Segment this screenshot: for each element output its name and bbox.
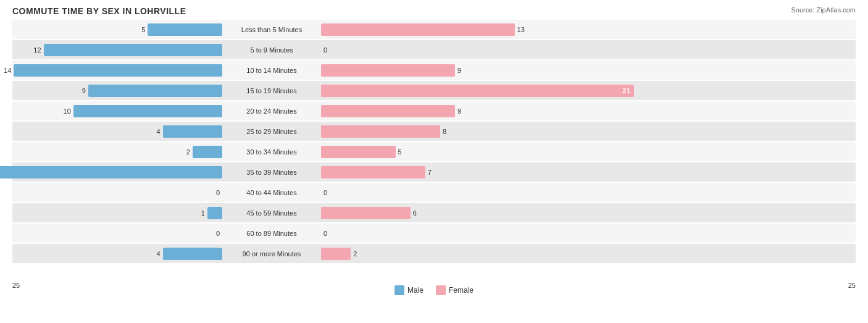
right-section: 0 xyxy=(321,40,856,59)
right-section: 21 xyxy=(321,81,856,100)
male-value: 14 xyxy=(4,67,14,74)
bar-female: 6 xyxy=(321,207,411,219)
bar-male: 20 xyxy=(0,166,222,178)
bar-male: 10 xyxy=(73,105,222,117)
bar-female: 9 xyxy=(321,105,455,117)
row-label: 15 to 19 Minutes xyxy=(222,87,321,94)
bar-row: 0 60 to 89 Minutes 0 xyxy=(12,224,856,243)
right-section: 5 xyxy=(321,142,856,161)
bar-female: 13 xyxy=(321,23,515,36)
left-section: 12 xyxy=(12,40,222,59)
chart-container: COMMUTE TIME BY SEX IN LOHRVILLE Source:… xyxy=(0,0,868,323)
female-value: 8 xyxy=(440,128,446,135)
bar-male: 9 xyxy=(88,85,222,97)
female-value-inside: 21 xyxy=(622,87,630,94)
bar-male: 4 xyxy=(163,248,222,260)
left-section: 4 xyxy=(12,122,222,141)
male-value: 2 xyxy=(186,148,193,156)
legend: Male Female xyxy=(394,285,474,295)
legend-male: Male xyxy=(394,285,424,295)
bar-male: 14 xyxy=(14,64,222,77)
axis-left-value: 25 xyxy=(12,282,20,295)
right-section: 9 xyxy=(321,61,856,80)
bar-male: 2 xyxy=(193,146,222,158)
male-value: 5 xyxy=(141,26,148,33)
bar-row: 14 10 to 14 Minutes 9 xyxy=(12,61,856,80)
bar-female: 21 xyxy=(321,85,634,97)
bar-male: 5 xyxy=(148,23,222,36)
bar-row: 1 45 to 59 Minutes 6 xyxy=(12,203,856,222)
female-value: 2 xyxy=(351,250,357,258)
bar-row: 4 90 or more Minutes 2 xyxy=(12,244,856,263)
axis-bottom: 25 Male Female 25 xyxy=(12,279,856,298)
left-section: 10 xyxy=(12,101,222,120)
female-value: 0 xyxy=(321,230,327,237)
bar-row: 9 15 to 19 Minutes 21 xyxy=(12,81,856,100)
left-section: 0 xyxy=(12,183,222,202)
female-value: 13 xyxy=(515,26,525,33)
bar-female: 2 xyxy=(321,248,351,260)
female-value: 5 xyxy=(396,148,402,156)
bar-male: 1 xyxy=(207,207,222,219)
axis-right-value: 25 xyxy=(848,282,856,295)
bar-female: 9 xyxy=(321,64,455,77)
row-label: Less than 5 Minutes xyxy=(222,26,321,33)
left-section: 5 xyxy=(12,20,222,39)
row-label: 5 to 9 Minutes xyxy=(222,46,321,54)
row-label: 35 to 39 Minutes xyxy=(222,169,321,176)
female-value: 7 xyxy=(425,169,432,176)
legend-female: Female xyxy=(436,285,474,295)
bar-row: 2 30 to 34 Minutes 5 xyxy=(12,142,856,161)
legend-male-box xyxy=(394,285,404,295)
row-label: 10 to 14 Minutes xyxy=(222,67,321,74)
left-section: 4 xyxy=(12,244,222,263)
row-label: 25 to 29 Minutes xyxy=(222,128,321,135)
right-section: 2 xyxy=(321,244,856,263)
male-value: 4 xyxy=(156,128,162,135)
left-section: 14 xyxy=(12,61,222,80)
row-label: 20 to 24 Minutes xyxy=(222,107,321,115)
male-value: 4 xyxy=(156,250,162,258)
row-label: 60 to 89 Minutes xyxy=(222,230,321,237)
male-value: 9 xyxy=(82,87,88,94)
female-value: 6 xyxy=(411,209,417,217)
row-label: 30 to 34 Minutes xyxy=(222,148,321,156)
right-section: 0 xyxy=(321,224,856,243)
right-section: 7 xyxy=(321,162,856,182)
male-value: 10 xyxy=(64,107,73,115)
left-section: 9 xyxy=(12,81,222,100)
female-value: 0 xyxy=(321,189,327,196)
bar-row: 4 25 to 29 Minutes 8 xyxy=(12,122,856,141)
male-value: 0 xyxy=(216,230,222,237)
bar-row: 20 35 to 39 Minutes 7 xyxy=(12,162,856,182)
male-value: 0 xyxy=(216,189,222,196)
female-value: 0 xyxy=(321,46,327,54)
bar-female: 5 xyxy=(321,146,396,158)
bar-male: 4 xyxy=(163,125,222,138)
right-section: 13 xyxy=(321,20,856,39)
left-section: 0 xyxy=(12,224,222,243)
right-section: 0 xyxy=(321,183,856,202)
chart-title: COMMUTE TIME BY SEX IN LOHRVILLE xyxy=(12,6,856,16)
left-section: 1 xyxy=(12,203,222,222)
bar-row: 10 20 to 24 Minutes 9 xyxy=(12,101,856,120)
male-value: 12 xyxy=(33,46,43,54)
female-value: 9 xyxy=(455,107,461,115)
bar-female: 7 xyxy=(321,166,425,178)
row-label: 45 to 59 Minutes xyxy=(222,209,321,217)
right-section: 9 xyxy=(321,101,856,120)
male-value: 1 xyxy=(201,209,207,217)
chart-area: 5 Less than 5 Minutes 13 12 5 to 9 Minut… xyxy=(12,20,856,279)
left-section: 20 xyxy=(12,162,222,182)
left-section: 2 xyxy=(12,142,222,161)
legend-female-label: Female xyxy=(449,286,474,295)
right-section: 6 xyxy=(321,203,856,222)
legend-female-box xyxy=(436,285,446,295)
row-label: 40 to 44 Minutes xyxy=(222,189,321,196)
legend-male-label: Male xyxy=(407,286,424,295)
bar-row: 12 5 to 9 Minutes 0 xyxy=(12,40,856,59)
row-label: 90 or more Minutes xyxy=(222,250,321,258)
source-text: Source: ZipAtlas.com xyxy=(791,6,856,14)
bar-row: 5 Less than 5 Minutes 13 xyxy=(12,20,856,39)
bar-row: 0 40 to 44 Minutes 0 xyxy=(12,183,856,202)
